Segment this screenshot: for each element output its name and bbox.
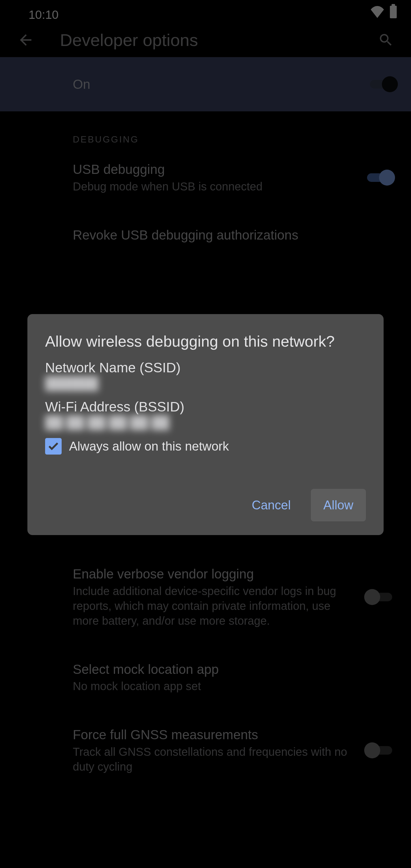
dialog-title: Allow wireless debugging on this network… xyxy=(45,332,366,351)
allow-button[interactable]: Allow xyxy=(311,489,366,521)
ssid-value: ██████ xyxy=(45,376,366,390)
always-allow-label: Always allow on this network xyxy=(69,439,229,454)
bssid-label: Wi-Fi Address (BSSID) xyxy=(45,399,366,414)
bssid-value: ██:██:██:██:██:██ xyxy=(45,415,366,429)
always-allow-row[interactable]: Always allow on this network xyxy=(45,438,366,455)
always-allow-checkbox[interactable] xyxy=(45,438,62,455)
ssid-label: Network Name (SSID) xyxy=(45,360,366,375)
wireless-debugging-dialog: Allow wireless debugging on this network… xyxy=(27,314,384,535)
cancel-button[interactable]: Cancel xyxy=(239,489,304,521)
